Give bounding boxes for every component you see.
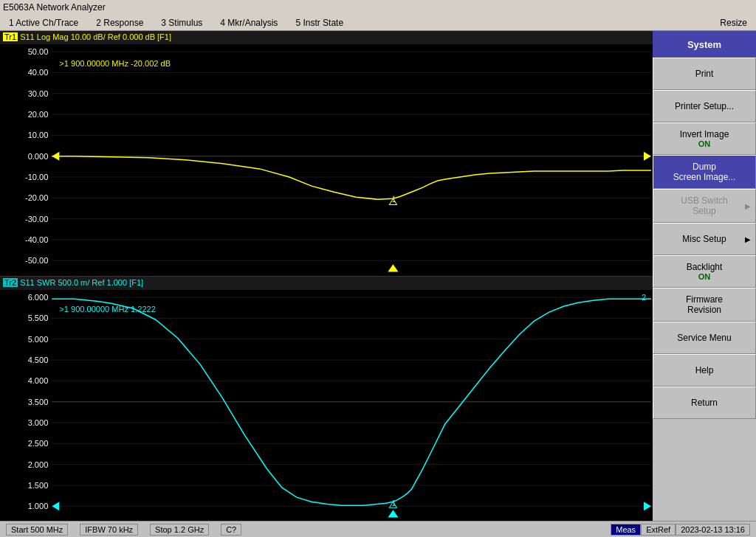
svg-text:50.00: 50.00 [28, 47, 49, 56]
menubar: 1 Active Ch/Trace 2 Response 3 Stimulus … [0, 15, 756, 31]
titlebar: E5063A Network Analyzer [0, 0, 756, 15]
svg-text:1.500: 1.500 [28, 480, 49, 489]
svg-text:3.500: 3.500 [28, 397, 49, 406]
sidebar-title: System [653, 31, 756, 58]
menu-mkr[interactable]: 4 Mkr/Analysis [217, 16, 281, 30]
svg-text:40.00: 40.00 [28, 68, 49, 77]
menu-response[interactable]: 2 Response [93, 16, 146, 30]
trace2-header: Tr2 S11 SWR 500.0 m/ Ref 1.000 [F1] [0, 277, 653, 290]
status-meas[interactable]: Meas [611, 524, 641, 536]
svg-text:5.000: 5.000 [28, 334, 49, 343]
svg-text:1: 1 [391, 499, 396, 507]
status-ifbw: IFBW 70 kHz [80, 524, 138, 536]
trace2-panel: Tr2 S11 SWR 500.0 m/ Ref 1.000 [F1] [0, 277, 653, 522]
firmware-revision-button[interactable]: FirmwareRevision [653, 288, 756, 322]
trace2-info: S11 SWR 500.0 m/ Ref 1.000 [F1] [20, 278, 143, 287]
svg-text:5.500: 5.500 [28, 313, 49, 322]
trace2-label: Tr2 S11 SWR 500.0 m/ Ref 1.000 [F1] [3, 278, 143, 287]
trace1-panel: Tr1 S11 Log Mag 10.00 dB/ Ref 0.000 dB [… [0, 31, 653, 277]
status-start: Start 500 MHz [6, 524, 68, 536]
svg-rect-29 [0, 290, 653, 522]
printer-setup-button[interactable]: Printer Setup... [653, 90, 756, 122]
misc-setup-button[interactable]: Misc Setup ▶ [653, 223, 756, 255]
misc-setup-arrow: ▶ [745, 235, 751, 243]
svg-text:2.500: 2.500 [28, 439, 49, 448]
title-text: E5063A Network Analyzer [3, 2, 106, 13]
return-button[interactable]: Return [653, 387, 756, 419]
svg-text:1: 1 [391, 195, 396, 204]
status-datetime: 2023-02-13 13:16 [676, 524, 750, 536]
menu-stimulus[interactable]: 3 Stimulus [158, 16, 205, 30]
invert-image-button[interactable]: Invert Image ON [653, 122, 756, 155]
trace1-label: Tr1 S11 Log Mag 10.00 dB/ Ref 0.000 dB [… [3, 32, 171, 41]
status-left: Start 500 MHz IFBW 70 kHz Stop 1.2 GHz C… [6, 524, 241, 536]
menu-resize[interactable]: Resize [717, 16, 750, 30]
svg-text:20.00: 20.00 [28, 110, 49, 119]
backlight-button[interactable]: Backlight ON [653, 255, 756, 288]
svg-text:-10.00: -10.00 [25, 173, 48, 181]
dump-screen-button[interactable]: Dump Screen Image... [653, 155, 756, 189]
trace1-header: Tr1 S11 Log Mag 10.00 dB/ Ref 0.000 dB [… [0, 31, 653, 44]
main-layout: Tr1 S11 Log Mag 10.00 dB/ Ref 0.000 dB [… [0, 31, 756, 521]
svg-text:3.000: 3.000 [28, 418, 49, 427]
usb-switch-arrow: ▶ [745, 202, 751, 210]
svg-text:6.000: 6.000 [28, 293, 49, 302]
trace1-chart: 50.00 40.00 30.00 20.00 10.00 0.000 -10.… [0, 44, 653, 276]
status-extref: ExtRef [641, 524, 676, 536]
svg-text:-20.00: -20.00 [25, 193, 48, 202]
trace2-chart: 6.000 5.500 5.000 4.500 4.000 3.500 3.00… [0, 290, 653, 522]
svg-text:10.00: 10.00 [28, 131, 49, 139]
svg-text:2.000: 2.000 [28, 460, 49, 468]
print-button[interactable]: Print [653, 58, 756, 90]
sidebar: System Print Printer Setup... Invert Ima… [653, 31, 756, 521]
svg-text:-30.00: -30.00 [25, 215, 48, 224]
status-flag: C? [221, 524, 241, 536]
svg-text:4.500: 4.500 [28, 356, 49, 364]
svg-text:0.000: 0.000 [28, 152, 49, 161]
svg-text:4.000: 4.000 [28, 376, 49, 385]
help-button[interactable]: Help [653, 354, 756, 387]
menu-active-ch[interactable]: 1 Active Ch/Trace [6, 16, 81, 30]
status-right: Meas ExtRef 2023-02-13 13:16 [611, 524, 750, 536]
usb-switch-button[interactable]: USB SwitchSetup ▶ [653, 189, 756, 223]
svg-text:-40.00: -40.00 [25, 235, 48, 244]
svg-text:>1  900.00000 MHz  -20.002 dB: >1 900.00000 MHz -20.002 dB [59, 59, 171, 68]
menu-instr[interactable]: 5 Instr State [292, 16, 346, 30]
statusbar: Start 500 MHz IFBW 70 kHz Stop 1.2 GHz C… [0, 521, 756, 537]
svg-text:30.00: 30.00 [28, 89, 49, 98]
svg-text:1.000: 1.000 [28, 502, 49, 510]
trace1-info: S11 Log Mag 10.00 dB/ Ref 0.000 dB [F1] [20, 32, 171, 41]
svg-text:-50.00: -50.00 [25, 256, 48, 265]
chart-area: Tr1 S11 Log Mag 10.00 dB/ Ref 0.000 dB [… [0, 31, 653, 521]
svg-rect-0 [0, 44, 653, 276]
status-stop: Stop 1.2 GHz [150, 524, 209, 536]
service-menu-button[interactable]: Service Menu [653, 322, 756, 354]
svg-text:2: 2 [642, 293, 646, 302]
